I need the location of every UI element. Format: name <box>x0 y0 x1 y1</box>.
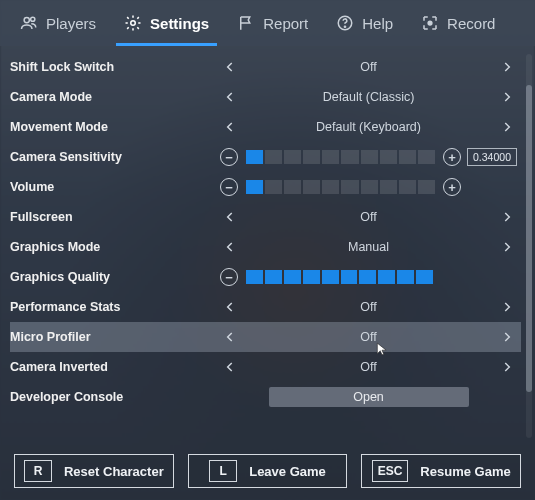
tab-settings[interactable]: Settings <box>110 0 223 46</box>
setting-value: Off <box>360 60 376 74</box>
slider-segment <box>359 270 376 284</box>
flag-icon <box>237 14 255 32</box>
chevron-left-icon[interactable] <box>220 298 240 316</box>
setting-label: Camera Mode <box>10 90 220 104</box>
tab-report[interactable]: Report <box>223 0 322 46</box>
slider-segment <box>246 270 263 284</box>
chevron-right-icon[interactable] <box>497 118 517 136</box>
chevron-right-icon[interactable] <box>497 238 517 256</box>
scrollbar[interactable] <box>526 54 532 438</box>
slider-segment <box>399 180 416 194</box>
increase-button[interactable]: + <box>443 148 461 166</box>
decrease-button[interactable]: − <box>220 268 238 286</box>
decrease-button[interactable]: − <box>220 148 238 166</box>
slider-segment <box>397 270 414 284</box>
leave-game-button[interactable]: L Leave Game <box>188 454 348 488</box>
chevron-left-icon[interactable] <box>220 208 240 226</box>
slider-segment <box>341 180 358 194</box>
setting-camera-sensitivity: Camera Sensitivity − + 0.34000 <box>10 142 521 172</box>
chevron-left-icon[interactable] <box>220 58 240 76</box>
tab-players-label: Players <box>46 15 96 32</box>
slider-segment <box>380 180 397 194</box>
slider-segment <box>246 150 263 164</box>
slider-segment <box>341 270 358 284</box>
chevron-left-icon[interactable] <box>220 238 240 256</box>
sensitivity-slider[interactable] <box>246 150 435 164</box>
slider-segment <box>399 150 416 164</box>
setting-fullscreen: Fullscreen Off <box>10 202 521 232</box>
slider-segment <box>303 270 320 284</box>
setting-value: Off <box>360 330 376 344</box>
setting-graphics-mode: Graphics Mode Manual <box>10 232 521 262</box>
setting-label: Developer Console <box>10 390 220 404</box>
slider-segment <box>380 150 397 164</box>
tab-help[interactable]: Help <box>322 0 407 46</box>
reset-character-button[interactable]: R Reset Character <box>14 454 174 488</box>
svg-point-2 <box>131 21 136 26</box>
players-icon <box>20 14 38 32</box>
resume-game-button[interactable]: ESC Resume Game <box>361 454 521 488</box>
setting-developer-console: Developer Console Open <box>10 382 521 412</box>
slider-segment <box>265 150 282 164</box>
sensitivity-value-box[interactable]: 0.34000 <box>467 148 517 166</box>
setting-label: Volume <box>10 180 220 194</box>
pause-menu: Players Settings Report Help Record <box>0 0 535 500</box>
tab-record-label: Record <box>447 15 495 32</box>
setting-label: Camera Sensitivity <box>10 150 220 164</box>
setting-camera-mode: Camera Mode Default (Classic) <box>10 82 521 112</box>
setting-value: Off <box>360 210 376 224</box>
chevron-right-icon[interactable] <box>497 208 517 226</box>
slider-segment <box>284 270 301 284</box>
chevron-left-icon[interactable] <box>220 328 240 346</box>
tab-record[interactable]: Record <box>407 0 509 46</box>
button-label: Resume Game <box>420 464 510 479</box>
setting-label: Micro Profiler <box>10 330 220 344</box>
slider-segment <box>416 270 433 284</box>
svg-point-4 <box>345 26 346 27</box>
button-label: Reset Character <box>64 464 164 479</box>
setting-label: Camera Inverted <box>10 360 220 374</box>
setting-value: Default (Keyboard) <box>316 120 421 134</box>
slider-segment <box>303 150 320 164</box>
setting-volume: Volume − + <box>10 172 521 202</box>
tab-players[interactable]: Players <box>6 0 110 46</box>
slider-segment <box>322 150 339 164</box>
keycap: R <box>24 460 52 482</box>
graphics-quality-slider[interactable] <box>246 270 433 284</box>
setting-value: Off <box>360 300 376 314</box>
tab-report-label: Report <box>263 15 308 32</box>
footer-buttons: R Reset Character L Leave Game ESC Resum… <box>0 446 535 500</box>
scrollbar-thumb[interactable] <box>526 85 532 392</box>
slider-segment <box>322 180 339 194</box>
record-icon <box>421 14 439 32</box>
volume-slider[interactable] <box>246 180 435 194</box>
slider-segment <box>265 270 282 284</box>
slider-segment <box>284 150 301 164</box>
chevron-right-icon[interactable] <box>497 88 517 106</box>
slider-segment <box>284 180 301 194</box>
svg-point-5 <box>428 21 432 25</box>
slider-segment <box>341 150 358 164</box>
chevron-right-icon[interactable] <box>497 328 517 346</box>
keycap: L <box>209 460 237 482</box>
increase-button[interactable]: + <box>443 178 461 196</box>
slider-segment <box>265 180 282 194</box>
decrease-button[interactable]: − <box>220 178 238 196</box>
setting-label: Graphics Mode <box>10 240 220 254</box>
setting-camera-inverted: Camera Inverted Off <box>10 352 521 382</box>
setting-micro-profiler: Micro Profiler Off <box>10 322 521 352</box>
chevron-left-icon[interactable] <box>220 88 240 106</box>
chevron-left-icon[interactable] <box>220 358 240 376</box>
setting-label: Graphics Quality <box>10 270 220 284</box>
setting-label: Fullscreen <box>10 210 220 224</box>
open-dev-console-button[interactable]: Open <box>269 387 469 407</box>
setting-value: Manual <box>348 240 389 254</box>
chevron-right-icon[interactable] <box>497 358 517 376</box>
setting-graphics-quality: Graphics Quality − <box>10 262 521 292</box>
chevron-right-icon[interactable] <box>497 58 517 76</box>
chevron-left-icon[interactable] <box>220 118 240 136</box>
button-label: Leave Game <box>249 464 326 479</box>
chevron-right-icon[interactable] <box>497 298 517 316</box>
setting-shift-lock: Shift Lock Switch Off <box>10 52 521 82</box>
tab-settings-label: Settings <box>150 15 209 32</box>
